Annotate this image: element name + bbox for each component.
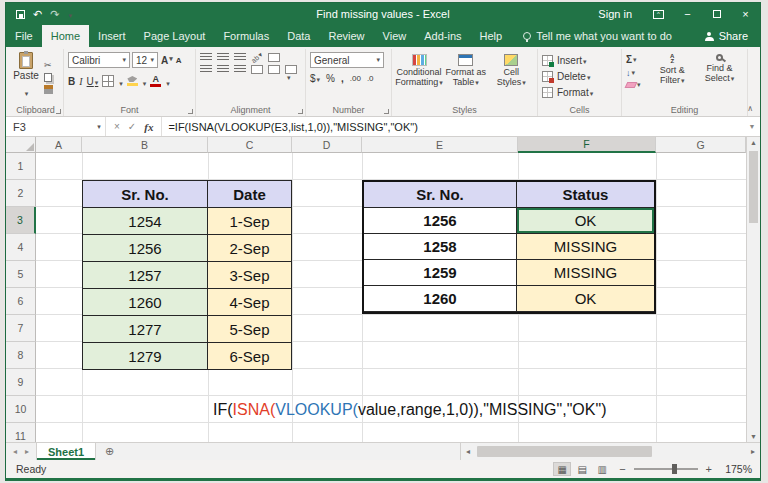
underline-button[interactable]: U	[87, 76, 99, 87]
sort-filter-button[interactable]: Sort & Filter	[649, 52, 696, 103]
name-box-dropdown-icon[interactable]	[92, 117, 106, 136]
scroll-left-icon[interactable]: ◂	[461, 447, 475, 456]
formula-note[interactable]: IF(ISNA(VLOOKUP(value,range,1,0)),"MISSI…	[213, 396, 606, 423]
wrap-text-icon[interactable]	[268, 53, 280, 62]
vertical-scrollbar[interactable]: ▲ ▼	[746, 137, 760, 442]
align-top-icon[interactable]	[200, 53, 212, 62]
row-header-3[interactable]: 3	[6, 207, 36, 234]
merge-center-icon[interactable]	[285, 65, 297, 74]
decrease-indent-icon[interactable]	[251, 65, 263, 74]
row-header-10[interactable]: 10	[6, 396, 36, 423]
clear-button[interactable]	[626, 81, 649, 89]
cell-C8[interactable]: 6-Sep	[208, 343, 292, 370]
cell-E6[interactable]: 1260	[364, 286, 517, 312]
cell-E2[interactable]: Sr. No.	[364, 182, 517, 208]
align-center-icon[interactable]	[217, 65, 229, 74]
column-header-B[interactable]: B	[82, 137, 208, 153]
grow-font-button[interactable]: A	[161, 55, 173, 66]
page-layout-view-icon[interactable]: ▤	[573, 462, 591, 476]
share-button[interactable]: Share	[705, 25, 760, 47]
column-header-C[interactable]: C	[208, 137, 292, 153]
tell-me-box[interactable]: Tell me what you want to do	[523, 25, 672, 47]
tab-insert[interactable]: Insert	[89, 25, 135, 47]
page-break-view-icon[interactable]: ▥	[593, 462, 611, 476]
cancel-icon[interactable]: ×	[114, 121, 120, 132]
cell-E3[interactable]: 1256	[364, 208, 517, 234]
row-header-1[interactable]: 1	[6, 153, 36, 180]
tab-add-ins[interactable]: Add-ins	[415, 25, 470, 47]
borders-icon[interactable]	[102, 75, 114, 87]
tab-home[interactable]: Home	[42, 25, 89, 47]
accounting-format-icon[interactable]: $	[310, 73, 320, 84]
cell-F2[interactable]: Status	[517, 182, 654, 208]
next-sheet-icon[interactable]: ▸	[25, 447, 29, 456]
cell-styles-button[interactable]: Cell Styles	[490, 52, 534, 103]
font-name-combo[interactable]: Calibri	[68, 52, 130, 68]
zoom-out-icon[interactable]: −	[619, 463, 625, 475]
zoom-slider-thumb[interactable]	[672, 464, 677, 474]
tab-page-layout[interactable]: Page Layout	[135, 25, 215, 47]
row-header-4[interactable]: 4	[6, 234, 36, 261]
cell-B6[interactable]: 1260	[83, 289, 208, 316]
row-header-8[interactable]: 8	[6, 342, 36, 369]
vertical-scroll-thumb[interactable]	[749, 151, 758, 223]
format-painter-icon[interactable]	[44, 85, 53, 94]
scroll-down-icon[interactable]: ▼	[747, 433, 760, 440]
italic-button[interactable]: I	[79, 76, 82, 87]
formula-input[interactable]: =IF(ISNA(VLOOKUP(E3,list,1,0)),"MISSING"…	[162, 117, 744, 136]
number-dialog-launcher[interactable]	[384, 109, 389, 114]
tab-data[interactable]: Data	[278, 25, 319, 47]
normal-view-icon[interactable]: ▦	[553, 462, 571, 476]
clipboard-dialog-launcher[interactable]	[56, 109, 61, 114]
enter-icon[interactable]: ✓	[128, 121, 136, 132]
insert-cells-button[interactable]: Insert	[542, 52, 617, 68]
autosum-button[interactable]: Σ	[626, 54, 649, 65]
font-dialog-launcher[interactable]	[188, 109, 193, 114]
maximize-button[interactable]	[702, 3, 731, 25]
cell-C3[interactable]: 1-Sep	[208, 208, 292, 235]
cell-B3[interactable]: 1254	[83, 208, 208, 235]
scroll-right-icon[interactable]: ▸	[746, 447, 760, 456]
increase-decimal-icon[interactable]: .00	[350, 74, 361, 83]
percent-style-icon[interactable]: %	[326, 73, 335, 84]
align-left-icon[interactable]	[200, 65, 212, 74]
previous-sheet-icon[interactable]: ◂	[13, 447, 17, 456]
format-as-table-button[interactable]: Format as Table	[444, 52, 488, 103]
fill-color-button[interactable]	[127, 76, 138, 86]
increase-indent-icon[interactable]	[268, 65, 280, 74]
cell-E4[interactable]: 1258	[364, 234, 517, 260]
cell-E5[interactable]: 1259	[364, 260, 517, 286]
save-icon[interactable]	[16, 10, 25, 19]
cell-B5[interactable]: 1257	[83, 262, 208, 289]
cell-C6[interactable]: 4-Sep	[208, 289, 292, 316]
sheet-tab-sheet1[interactable]: Sheet1	[36, 443, 96, 460]
ribbon-display-options-button[interactable]: ^	[644, 3, 673, 25]
zoom-in-icon[interactable]: +	[706, 463, 712, 475]
cell-C5[interactable]: 3-Sep	[208, 262, 292, 289]
bold-button[interactable]: B	[68, 76, 75, 87]
shrink-font-button[interactable]: A	[176, 56, 182, 65]
cell-F6[interactable]: OK	[517, 286, 654, 312]
horizontal-scroll-track[interactable]	[475, 443, 746, 460]
comma-style-icon[interactable]: ,	[341, 73, 344, 84]
row-header-6[interactable]: 6	[6, 288, 36, 315]
column-header-D[interactable]: D	[292, 137, 362, 153]
cut-icon[interactable]: ✂	[44, 61, 53, 70]
cell-B8[interactable]: 1279	[83, 343, 208, 370]
orientation-icon[interactable]: ab	[250, 50, 265, 64]
collapse-ribbon-icon[interactable]: ∧	[747, 104, 753, 113]
font-color-button[interactable]	[150, 75, 161, 87]
row-header-2[interactable]: 2	[6, 180, 36, 207]
tab-formulas[interactable]: Formulas	[214, 25, 278, 47]
undo-icon[interactable]: ↶	[33, 8, 42, 21]
format-cells-button[interactable]: Format	[542, 84, 617, 100]
column-header-G[interactable]: G	[656, 137, 746, 153]
row-header-9[interactable]: 9	[6, 369, 36, 396]
number-format-combo[interactable]: General	[310, 52, 384, 68]
name-box[interactable]: F3	[6, 117, 92, 136]
row-header-11[interactable]: 11	[6, 423, 36, 442]
scroll-up-icon[interactable]: ▲	[747, 139, 760, 146]
font-color-dropdown-icon[interactable]	[165, 72, 170, 90]
fill-button[interactable]: ↓	[626, 68, 649, 78]
tab-view[interactable]: View	[374, 25, 416, 47]
